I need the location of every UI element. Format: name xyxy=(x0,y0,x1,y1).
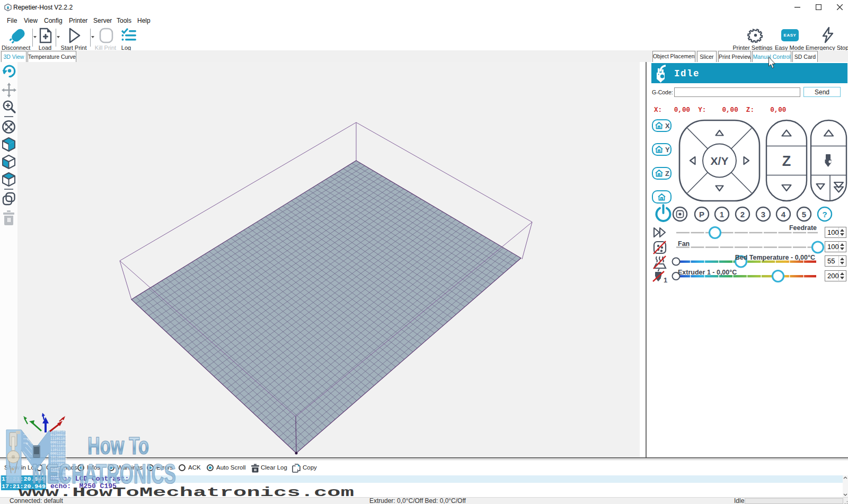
svg-text:X/Y: X/Y xyxy=(711,155,729,167)
svg-text:Z: Z xyxy=(782,153,791,169)
svg-text:P: P xyxy=(699,210,704,219)
svg-text:4: 4 xyxy=(781,210,786,219)
svg-text:MECHATRONICS: MECHATRONICS xyxy=(32,458,176,489)
svg-text:Bed Temperature - 0,00°C: Bed Temperature - 0,00°C xyxy=(735,254,815,261)
svg-text:How To: How To xyxy=(87,432,149,459)
svg-text:X: X xyxy=(665,122,670,130)
svg-text:Extruder 1 - 0,00°C: Extruder 1 - 0,00°C xyxy=(678,269,737,276)
svg-text:10111010: 10111010 xyxy=(50,445,67,448)
svg-text:11101101: 11101101 xyxy=(50,437,67,441)
svg-text:1: 1 xyxy=(664,276,667,284)
svg-text:00011101: 00011101 xyxy=(50,441,67,445)
svg-text:?: ? xyxy=(822,210,827,219)
svg-text:Y: Y xyxy=(665,146,670,154)
svg-text:1: 1 xyxy=(720,210,724,219)
svg-text:www.HowToMechatronics.com: www.HowToMechatronics.com xyxy=(19,486,354,500)
svg-text:11011111: 11011111 xyxy=(50,448,67,452)
svg-text:3: 3 xyxy=(761,210,765,219)
svg-text:00011011: 00011011 xyxy=(50,452,67,456)
svg-text:Z: Z xyxy=(665,170,669,178)
svg-text:5: 5 xyxy=(802,210,806,219)
svg-text:Feedrate: Feedrate xyxy=(789,224,817,232)
svg-text:2: 2 xyxy=(740,210,745,219)
svg-text:Fan: Fan xyxy=(678,240,690,247)
svg-text:01200010: 01200010 xyxy=(50,434,67,437)
svg-text:10100101: 10100101 xyxy=(50,430,67,434)
